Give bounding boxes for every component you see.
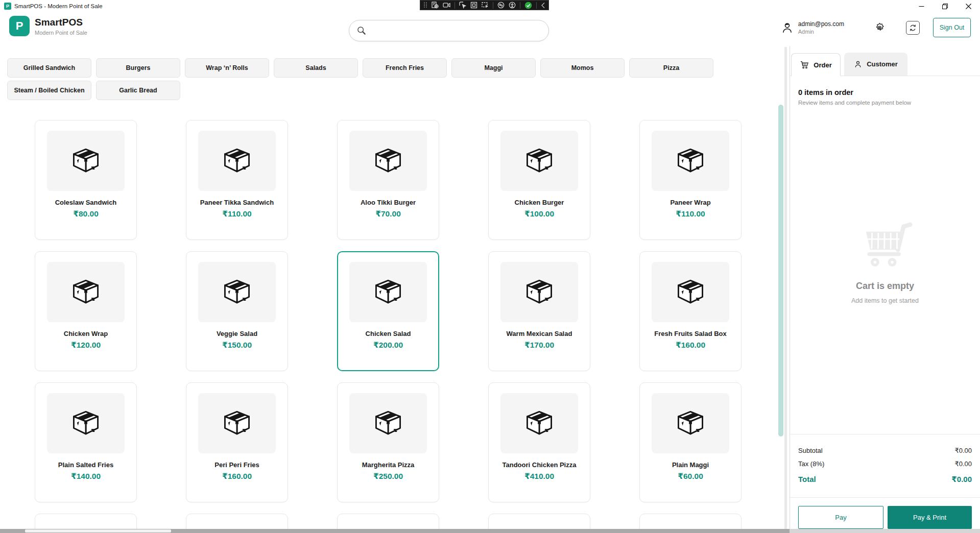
product-card-partial[interactable] bbox=[639, 514, 742, 529]
vertical-scrollbar-thumb[interactable] bbox=[778, 105, 783, 437]
product-thumbnail bbox=[349, 262, 427, 322]
product-price: ₹160.00 bbox=[198, 472, 276, 481]
product-card-partial[interactable] bbox=[186, 514, 288, 529]
select-cursor-icon[interactable] bbox=[459, 2, 466, 9]
product-card[interactable]: Paneer Tikka Sandwich₹110.00 bbox=[186, 120, 288, 240]
order-subtitle: Review items and complete payment below bbox=[798, 100, 972, 106]
totals-rows: Subtotal₹0.00Tax (8%)₹0.00 bbox=[798, 447, 972, 468]
totals-row-label: Subtotal bbox=[798, 447, 823, 454]
product-name: Aloo Tikki Burger bbox=[349, 199, 427, 206]
user-role: Admin bbox=[798, 29, 844, 35]
window-select-icon[interactable] bbox=[470, 2, 477, 9]
product-card[interactable]: Coleslaw Sandwich₹80.00 bbox=[35, 120, 137, 240]
product-card[interactable]: Warm Mexican Salad₹170.00 bbox=[488, 251, 590, 371]
category-tab[interactable]: Grilled Sandwich bbox=[7, 58, 91, 78]
tab-order[interactable]: Order bbox=[791, 53, 841, 76]
horizontal-scrollbar-thumb[interactable] bbox=[25, 529, 171, 532]
close-button[interactable] bbox=[957, 0, 980, 12]
restore-button[interactable] bbox=[933, 0, 957, 12]
empty-cart-state: Cart is empty Add items to get started bbox=[790, 106, 980, 434]
brand: P SmartPOS Modern Point of Sale bbox=[9, 16, 87, 36]
product-card[interactable]: Chicken Wrap₹120.00 bbox=[35, 251, 137, 371]
category-tab[interactable]: Garlic Bread bbox=[96, 81, 180, 100]
product-card[interactable]: Margherita Pizza₹250.00 bbox=[337, 382, 439, 502]
product-card[interactable]: Aloo Tikki Burger₹70.00 bbox=[337, 120, 439, 240]
region-select-icon[interactable] bbox=[482, 2, 489, 9]
window-title: SmartPOS - Modern Point of Sale bbox=[14, 3, 103, 9]
order-items-count: 0 items in order bbox=[798, 88, 972, 96]
search-bar[interactable] bbox=[349, 20, 549, 41]
package-box-icon bbox=[524, 146, 554, 176]
vertical-scrollbar-track[interactable] bbox=[784, 47, 787, 529]
category-tab[interactable]: Momos bbox=[540, 58, 625, 78]
product-price: ₹60.00 bbox=[652, 472, 729, 481]
package-box-icon bbox=[373, 146, 403, 176]
product-card[interactable]: Chicken Salad₹200.00 bbox=[337, 251, 439, 371]
totals-row-label: Tax (8%) bbox=[798, 460, 824, 468]
product-thumbnail bbox=[500, 262, 578, 322]
category-tabs: Grilled SandwichBurgersWrap ‘n’ RollsSal… bbox=[7, 58, 713, 103]
brand-tagline: Modern Point of Sale bbox=[35, 30, 87, 36]
category-tab[interactable]: Steam / Boiled Chicken bbox=[7, 81, 91, 100]
product-thumbnail bbox=[349, 393, 427, 453]
package-box-icon bbox=[524, 408, 554, 438]
product-card[interactable]: Peri Peri Fries₹160.00 bbox=[186, 382, 288, 502]
category-tab[interactable]: Maggi bbox=[451, 58, 536, 78]
toolbar-separator bbox=[455, 2, 455, 9]
category-tab[interactable]: Burgers bbox=[96, 58, 180, 78]
product-card[interactable]: Fresh Fruits Salad Box₹160.00 bbox=[639, 251, 742, 371]
category-tab[interactable]: Salads bbox=[274, 58, 358, 78]
chevron-left-icon[interactable] bbox=[541, 2, 545, 9]
package-box-icon bbox=[222, 408, 252, 438]
product-name: Chicken Wrap bbox=[47, 330, 125, 337]
sync-button[interactable] bbox=[906, 21, 920, 35]
package-box-icon bbox=[676, 277, 705, 307]
green-check-icon[interactable] bbox=[524, 2, 532, 9]
category-tab[interactable]: Pizza bbox=[629, 58, 713, 78]
category-tab[interactable]: French Fries bbox=[363, 58, 447, 78]
shapes-circle-icon[interactable] bbox=[497, 2, 505, 9]
brand-logo: P bbox=[9, 16, 30, 36]
grip-handle[interactable] bbox=[423, 2, 427, 9]
product-price: ₹200.00 bbox=[349, 341, 427, 350]
product-card[interactable]: Plain Maggi₹60.00 bbox=[639, 382, 742, 502]
product-card-partial[interactable] bbox=[488, 514, 590, 529]
settings-button[interactable] bbox=[874, 22, 886, 34]
sign-out-button[interactable]: Sign Out bbox=[933, 18, 971, 37]
search-input[interactable] bbox=[371, 27, 541, 35]
pay-print-button[interactable]: Pay & Print bbox=[888, 506, 972, 529]
video-camera-icon[interactable] bbox=[443, 2, 450, 9]
toolbar-separator bbox=[520, 2, 520, 9]
tab-customer[interactable]: Customer bbox=[844, 53, 907, 76]
tab-customer-label: Customer bbox=[867, 60, 898, 68]
steps-recorder-icon[interactable] bbox=[432, 2, 439, 9]
category-tab[interactable]: Wrap ‘n’ Rolls bbox=[185, 58, 269, 78]
product-card[interactable]: Tandoori Chicken Pizza₹410.00 bbox=[488, 382, 590, 502]
minimize-button[interactable] bbox=[910, 0, 933, 12]
product-price: ₹410.00 bbox=[500, 472, 578, 481]
product-name: Plain Salted Fries bbox=[47, 461, 125, 469]
product-name: Margherita Pizza bbox=[349, 461, 427, 469]
product-card[interactable]: Plain Salted Fries₹140.00 bbox=[35, 382, 137, 502]
product-name: Plain Maggi bbox=[652, 461, 729, 469]
package-box-icon bbox=[71, 146, 101, 176]
package-box-icon bbox=[676, 146, 705, 176]
product-card[interactable]: Chicken Burger₹100.00 bbox=[488, 120, 590, 240]
minimize-icon bbox=[919, 4, 924, 9]
product-thumbnail bbox=[652, 393, 729, 453]
product-price: ₹140.00 bbox=[47, 472, 125, 481]
toolbar-separator bbox=[536, 2, 537, 9]
product-card[interactable]: Paneer Wrap₹110.00 bbox=[639, 120, 742, 240]
product-price: ₹100.00 bbox=[500, 209, 578, 219]
product-card[interactable]: Veggie Salad₹150.00 bbox=[186, 251, 288, 371]
product-card-partial[interactable] bbox=[337, 514, 439, 529]
pay-button[interactable]: Pay bbox=[798, 506, 883, 529]
product-price: ₹250.00 bbox=[349, 472, 427, 481]
product-card-partial[interactable] bbox=[35, 514, 137, 529]
product-name: Tandoori Chicken Pizza bbox=[500, 461, 578, 469]
accessibility-icon[interactable] bbox=[509, 2, 516, 9]
empty-cart-title: Cart is empty bbox=[856, 281, 914, 292]
app-icon: P bbox=[4, 3, 11, 10]
product-name: Veggie Salad bbox=[198, 330, 276, 337]
product-name: Chicken Salad bbox=[349, 330, 427, 337]
